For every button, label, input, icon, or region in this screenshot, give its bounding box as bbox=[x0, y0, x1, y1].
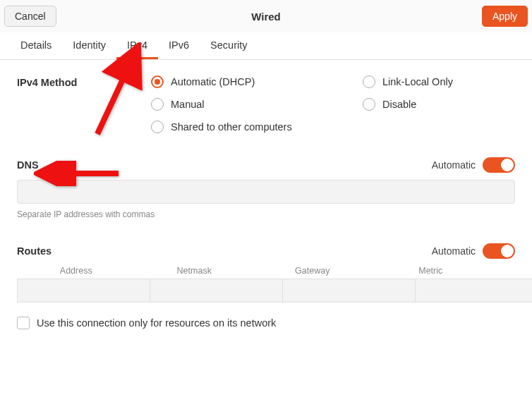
route-netmask-input[interactable] bbox=[150, 279, 283, 303]
dns-hint: Separate IP addresses with commas bbox=[17, 209, 515, 219]
col-metric: Metric bbox=[372, 266, 490, 279]
routes-automatic-toggle[interactable] bbox=[483, 243, 515, 259]
use-only-resources-row: Use this connection only for resources o… bbox=[17, 317, 515, 329]
tab-security[interactable]: Security bbox=[200, 32, 258, 59]
radio-label: Disable bbox=[382, 99, 416, 110]
radio-icon bbox=[151, 75, 164, 88]
tab-identity[interactable]: Identity bbox=[62, 32, 116, 59]
routes-row bbox=[17, 279, 515, 303]
radio-manual[interactable]: Manual bbox=[151, 98, 363, 111]
dns-automatic-label: Automatic bbox=[432, 159, 476, 171]
col-gateway: Gateway bbox=[253, 266, 372, 279]
apply-button[interactable]: Apply bbox=[482, 6, 528, 27]
route-gateway-input[interactable] bbox=[283, 279, 416, 303]
window-title: Wired bbox=[0, 11, 532, 23]
tab-details[interactable]: Details bbox=[10, 32, 62, 59]
radio-disable[interactable]: Disable bbox=[363, 98, 515, 111]
routes-automatic-label: Automatic bbox=[432, 245, 476, 257]
radio-icon bbox=[363, 75, 375, 88]
ipv4-method-row: IPv4 Method Automatic (DHCP) Link-Local … bbox=[17, 75, 515, 133]
radio-label: Shared to other computers bbox=[171, 121, 292, 133]
content: IPv4 Method Automatic (DHCP) Link-Local … bbox=[0, 60, 532, 345]
radio-icon bbox=[151, 98, 164, 111]
tabs: Details Identity IPv4 IPv6 Security bbox=[0, 32, 532, 60]
radio-label: Link-Local Only bbox=[382, 76, 453, 87]
radio-automatic-dhcp[interactable]: Automatic (DHCP) bbox=[151, 75, 363, 88]
radio-icon bbox=[363, 98, 375, 111]
titlebar: Cancel Wired Apply bbox=[0, 0, 532, 32]
routes-columns: Address Netmask Gateway Metric bbox=[17, 266, 515, 279]
route-address-input[interactable] bbox=[17, 279, 150, 303]
dns-input[interactable] bbox=[17, 180, 515, 204]
radio-link-local-only[interactable]: Link-Local Only bbox=[363, 75, 515, 88]
radio-shared[interactable]: Shared to other computers bbox=[151, 121, 363, 133]
ipv4-method-label: IPv4 Method bbox=[17, 75, 151, 133]
cancel-button[interactable]: Cancel bbox=[4, 6, 56, 27]
dns-title: DNS bbox=[17, 159, 39, 171]
radio-label: Manual bbox=[171, 99, 205, 110]
radio-icon bbox=[151, 121, 164, 133]
col-netmask: Netmask bbox=[135, 266, 254, 279]
routes-title: Routes bbox=[17, 245, 52, 257]
dns-header: DNS Automatic bbox=[17, 157, 515, 173]
tab-ipv4[interactable]: IPv4 bbox=[116, 32, 158, 59]
use-only-resources-checkbox[interactable] bbox=[17, 317, 30, 329]
col-address: Address bbox=[17, 266, 135, 279]
tab-ipv6[interactable]: IPv6 bbox=[158, 32, 200, 59]
use-only-resources-label: Use this connection only for resources o… bbox=[37, 317, 276, 329]
route-metric-input[interactable] bbox=[416, 279, 532, 303]
radio-label: Automatic (DHCP) bbox=[171, 76, 255, 87]
routes-header: Routes Automatic bbox=[17, 243, 515, 259]
dns-automatic-toggle[interactable] bbox=[483, 157, 515, 173]
